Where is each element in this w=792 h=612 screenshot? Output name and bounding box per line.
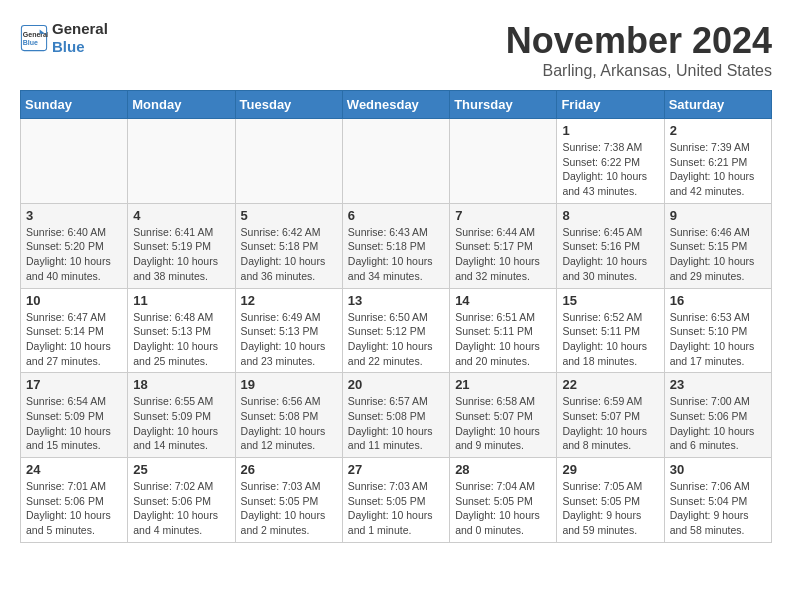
weekday-header-friday: Friday	[557, 91, 664, 119]
calendar-cell	[21, 119, 128, 204]
title-block: November 2024 Barling, Arkansas, United …	[506, 20, 772, 80]
calendar-cell: 19Sunrise: 6:56 AMSunset: 5:08 PMDayligh…	[235, 373, 342, 458]
day-detail: Sunrise: 7:38 AMSunset: 6:22 PMDaylight:…	[562, 140, 658, 199]
day-detail: Sunrise: 6:45 AMSunset: 5:16 PMDaylight:…	[562, 225, 658, 284]
day-number: 3	[26, 208, 122, 223]
day-number: 13	[348, 293, 444, 308]
calendar-cell: 9Sunrise: 6:46 AMSunset: 5:15 PMDaylight…	[664, 203, 771, 288]
calendar-cell: 18Sunrise: 6:55 AMSunset: 5:09 PMDayligh…	[128, 373, 235, 458]
weekday-header-thursday: Thursday	[450, 91, 557, 119]
day-number: 27	[348, 462, 444, 477]
day-detail: Sunrise: 6:47 AMSunset: 5:14 PMDaylight:…	[26, 310, 122, 369]
calendar-cell: 13Sunrise: 6:50 AMSunset: 5:12 PMDayligh…	[342, 288, 449, 373]
page-header: General Blue General Blue November 2024 …	[20, 20, 772, 80]
calendar-week-3: 10Sunrise: 6:47 AMSunset: 5:14 PMDayligh…	[21, 288, 772, 373]
day-number: 30	[670, 462, 766, 477]
calendar-cell: 29Sunrise: 7:05 AMSunset: 5:05 PMDayligh…	[557, 458, 664, 543]
calendar-week-4: 17Sunrise: 6:54 AMSunset: 5:09 PMDayligh…	[21, 373, 772, 458]
day-detail: Sunrise: 6:41 AMSunset: 5:19 PMDaylight:…	[133, 225, 229, 284]
day-number: 24	[26, 462, 122, 477]
calendar-cell: 10Sunrise: 6:47 AMSunset: 5:14 PMDayligh…	[21, 288, 128, 373]
weekday-header-tuesday: Tuesday	[235, 91, 342, 119]
calendar-cell: 5Sunrise: 6:42 AMSunset: 5:18 PMDaylight…	[235, 203, 342, 288]
day-number: 14	[455, 293, 551, 308]
svg-rect-0	[21, 25, 46, 50]
day-detail: Sunrise: 6:56 AMSunset: 5:08 PMDaylight:…	[241, 394, 337, 453]
day-detail: Sunrise: 6:40 AMSunset: 5:20 PMDaylight:…	[26, 225, 122, 284]
day-number: 26	[241, 462, 337, 477]
day-detail: Sunrise: 6:57 AMSunset: 5:08 PMDaylight:…	[348, 394, 444, 453]
day-number: 1	[562, 123, 658, 138]
day-detail: Sunrise: 6:53 AMSunset: 5:10 PMDaylight:…	[670, 310, 766, 369]
day-detail: Sunrise: 7:01 AMSunset: 5:06 PMDaylight:…	[26, 479, 122, 538]
month-title: November 2024	[506, 20, 772, 62]
day-number: 23	[670, 377, 766, 392]
day-number: 20	[348, 377, 444, 392]
calendar-cell: 16Sunrise: 6:53 AMSunset: 5:10 PMDayligh…	[664, 288, 771, 373]
calendar-cell: 2Sunrise: 7:39 AMSunset: 6:21 PMDaylight…	[664, 119, 771, 204]
calendar: SundayMondayTuesdayWednesdayThursdayFrid…	[20, 90, 772, 543]
calendar-cell: 22Sunrise: 6:59 AMSunset: 5:07 PMDayligh…	[557, 373, 664, 458]
calendar-cell: 12Sunrise: 6:49 AMSunset: 5:13 PMDayligh…	[235, 288, 342, 373]
calendar-cell: 1Sunrise: 7:38 AMSunset: 6:22 PMDaylight…	[557, 119, 664, 204]
day-number: 4	[133, 208, 229, 223]
day-detail: Sunrise: 6:42 AMSunset: 5:18 PMDaylight:…	[241, 225, 337, 284]
day-number: 18	[133, 377, 229, 392]
calendar-cell	[450, 119, 557, 204]
calendar-body: 1Sunrise: 7:38 AMSunset: 6:22 PMDaylight…	[21, 119, 772, 543]
day-number: 7	[455, 208, 551, 223]
calendar-cell: 4Sunrise: 6:41 AMSunset: 5:19 PMDaylight…	[128, 203, 235, 288]
day-number: 25	[133, 462, 229, 477]
calendar-week-1: 1Sunrise: 7:38 AMSunset: 6:22 PMDaylight…	[21, 119, 772, 204]
calendar-week-2: 3Sunrise: 6:40 AMSunset: 5:20 PMDaylight…	[21, 203, 772, 288]
day-detail: Sunrise: 6:52 AMSunset: 5:11 PMDaylight:…	[562, 310, 658, 369]
calendar-cell	[235, 119, 342, 204]
weekday-header-row: SundayMondayTuesdayWednesdayThursdayFrid…	[21, 91, 772, 119]
day-detail: Sunrise: 7:03 AMSunset: 5:05 PMDaylight:…	[348, 479, 444, 538]
day-number: 2	[670, 123, 766, 138]
day-detail: Sunrise: 6:50 AMSunset: 5:12 PMDaylight:…	[348, 310, 444, 369]
day-detail: Sunrise: 7:02 AMSunset: 5:06 PMDaylight:…	[133, 479, 229, 538]
calendar-cell: 17Sunrise: 6:54 AMSunset: 5:09 PMDayligh…	[21, 373, 128, 458]
day-number: 15	[562, 293, 658, 308]
calendar-cell	[342, 119, 449, 204]
calendar-cell: 15Sunrise: 6:52 AMSunset: 5:11 PMDayligh…	[557, 288, 664, 373]
day-number: 5	[241, 208, 337, 223]
day-number: 10	[26, 293, 122, 308]
logo-general: General	[52, 20, 108, 38]
calendar-cell: 25Sunrise: 7:02 AMSunset: 5:06 PMDayligh…	[128, 458, 235, 543]
weekday-header-monday: Monday	[128, 91, 235, 119]
svg-text:General: General	[23, 31, 48, 38]
day-number: 9	[670, 208, 766, 223]
day-detail: Sunrise: 7:00 AMSunset: 5:06 PMDaylight:…	[670, 394, 766, 453]
svg-text:Blue: Blue	[23, 39, 38, 46]
day-number: 17	[26, 377, 122, 392]
day-detail: Sunrise: 6:54 AMSunset: 5:09 PMDaylight:…	[26, 394, 122, 453]
day-detail: Sunrise: 7:06 AMSunset: 5:04 PMDaylight:…	[670, 479, 766, 538]
calendar-cell: 20Sunrise: 6:57 AMSunset: 5:08 PMDayligh…	[342, 373, 449, 458]
day-number: 28	[455, 462, 551, 477]
day-detail: Sunrise: 6:46 AMSunset: 5:15 PMDaylight:…	[670, 225, 766, 284]
weekday-header-wednesday: Wednesday	[342, 91, 449, 119]
weekday-header-sunday: Sunday	[21, 91, 128, 119]
location-title: Barling, Arkansas, United States	[506, 62, 772, 80]
day-detail: Sunrise: 7:04 AMSunset: 5:05 PMDaylight:…	[455, 479, 551, 538]
day-detail: Sunrise: 6:59 AMSunset: 5:07 PMDaylight:…	[562, 394, 658, 453]
calendar-cell: 6Sunrise: 6:43 AMSunset: 5:18 PMDaylight…	[342, 203, 449, 288]
logo: General Blue General Blue	[20, 20, 108, 56]
calendar-cell: 23Sunrise: 7:00 AMSunset: 5:06 PMDayligh…	[664, 373, 771, 458]
calendar-cell: 21Sunrise: 6:58 AMSunset: 5:07 PMDayligh…	[450, 373, 557, 458]
weekday-header-saturday: Saturday	[664, 91, 771, 119]
day-detail: Sunrise: 7:05 AMSunset: 5:05 PMDaylight:…	[562, 479, 658, 538]
day-number: 12	[241, 293, 337, 308]
logo-icon: General Blue	[20, 24, 48, 52]
calendar-week-5: 24Sunrise: 7:01 AMSunset: 5:06 PMDayligh…	[21, 458, 772, 543]
day-number: 21	[455, 377, 551, 392]
day-number: 11	[133, 293, 229, 308]
day-number: 29	[562, 462, 658, 477]
calendar-cell: 30Sunrise: 7:06 AMSunset: 5:04 PMDayligh…	[664, 458, 771, 543]
day-detail: Sunrise: 6:43 AMSunset: 5:18 PMDaylight:…	[348, 225, 444, 284]
day-number: 6	[348, 208, 444, 223]
day-number: 8	[562, 208, 658, 223]
calendar-cell: 27Sunrise: 7:03 AMSunset: 5:05 PMDayligh…	[342, 458, 449, 543]
